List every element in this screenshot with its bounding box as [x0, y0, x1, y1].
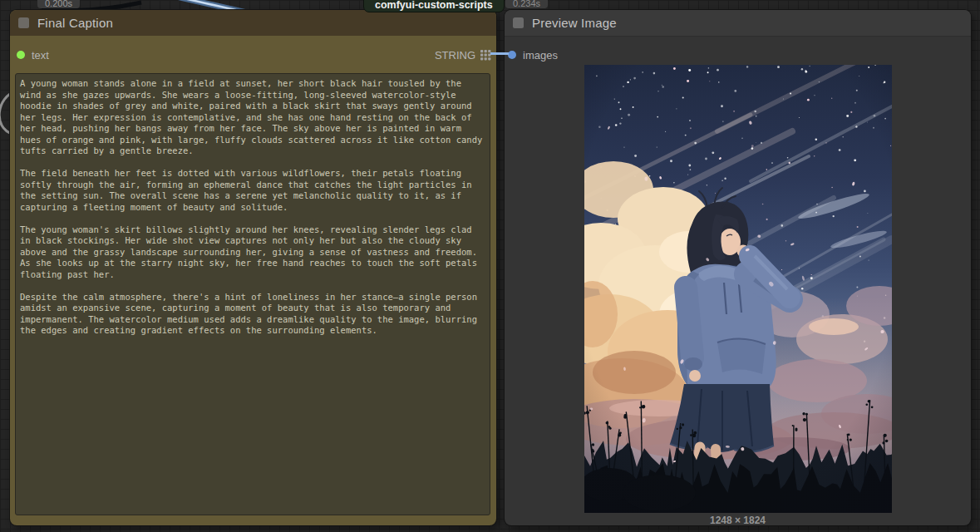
string-output-grid-icon[interactable]: [480, 50, 491, 61]
image-dimensions-label: 1248 × 1824: [505, 515, 971, 526]
images-input-slot-dot[interactable]: [508, 51, 516, 59]
node-pack-badge: comfyui-custom-scripts: [363, 0, 505, 12]
string-output-slot-label: STRING: [435, 49, 475, 62]
preview-image-title-bar[interactable]: Preview Image: [505, 10, 971, 37]
preview-image-title: Preview Image: [532, 16, 617, 30]
preview-image[interactable]: [584, 65, 892, 513]
final-caption-title: Final Caption: [37, 16, 113, 30]
text-input-slot-label: text: [32, 49, 49, 62]
text-input-slot-dot[interactable]: [17, 51, 25, 59]
graph-canvas[interactable]: 0.200s comfyui-custom-scripts 0.234s Fin…: [0, 0, 980, 532]
collapse-icon[interactable]: [18, 17, 29, 28]
caption-textarea[interactable]: A young woman stands alone in a field at…: [15, 73, 490, 515]
execution-time-badge-right: 0.234s: [505, 0, 548, 8]
images-input-slot-label: images: [523, 49, 558, 62]
preview-image-node[interactable]: Preview Image images: [505, 10, 971, 525]
final-caption-title-bar[interactable]: Final Caption: [10, 10, 496, 36]
preview-artwork: [584, 65, 892, 513]
final-caption-node[interactable]: Final Caption text STRING A young woman …: [10, 10, 496, 525]
collapse-icon[interactable]: [513, 17, 524, 28]
execution-time-badge-left: 0.200s: [37, 0, 80, 8]
